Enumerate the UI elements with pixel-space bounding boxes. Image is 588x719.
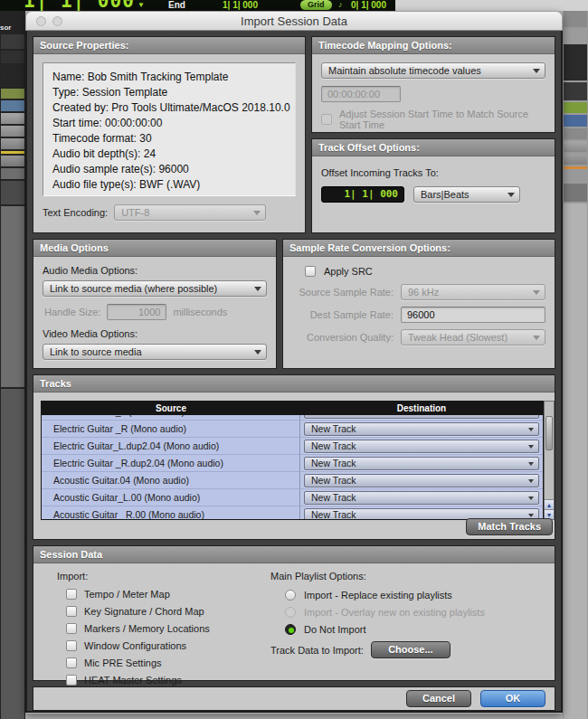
window-minimize-button[interactable] bbox=[52, 16, 62, 26]
background-block bbox=[1, 389, 24, 719]
dialog-title: Import Session Data bbox=[26, 12, 562, 31]
source-property-line: Audio file type(s): BWF (.WAV) bbox=[52, 177, 295, 193]
offset-unit-dropdown[interactable]: Bars|Beats bbox=[413, 186, 520, 203]
chevron-down-icon bbox=[533, 336, 540, 340]
note-value-icon: ♪ bbox=[338, 0, 343, 9]
source-sample-rate-value: 96 kHz bbox=[408, 287, 439, 298]
video-media-value: Link to source media bbox=[50, 346, 142, 357]
text-encoding-dropdown[interactable]: UTF-8 bbox=[114, 204, 266, 221]
radio-label: Do Not Import bbox=[304, 624, 365, 635]
background-block bbox=[1, 181, 24, 204]
track-destination-cell: New Track bbox=[300, 489, 543, 506]
match-tracks-button[interactable]: Match Tracks bbox=[466, 518, 553, 535]
background-block bbox=[564, 203, 587, 719]
track-source-cell[interactable]: Electric Guitar _R (Mono audio) bbox=[42, 421, 300, 438]
background-block bbox=[564, 166, 587, 169]
destination-value: New Track bbox=[311, 423, 356, 434]
dialog-titlebar[interactable]: Import Session Data bbox=[25, 11, 563, 31]
chevron-down-icon bbox=[528, 514, 534, 517]
audio-media-dropdown[interactable]: Link to source media (where possible) bbox=[43, 280, 267, 297]
import-session-data-dialog: Import Session Data Source Properties: N… bbox=[25, 11, 563, 714]
grid-mode-button[interactable]: Grid bbox=[300, 0, 332, 10]
background-block bbox=[1, 206, 24, 387]
background-block bbox=[1, 168, 24, 179]
source-properties-info-box: Name: Bob Smith Tracking Template Type: … bbox=[43, 62, 296, 196]
chevron-down-icon bbox=[254, 287, 261, 291]
destination-dropdown[interactable]: New Track bbox=[304, 474, 539, 487]
timecode-mapping-header: Timecode Mapping Options: bbox=[312, 37, 555, 54]
destination-dropdown[interactable]: New Track bbox=[304, 440, 539, 453]
destination-dropdown[interactable]: New Track bbox=[304, 491, 539, 505]
destination-value: New Track bbox=[311, 440, 356, 451]
choose-button[interactable]: Choose... bbox=[371, 641, 450, 658]
dest-sample-rate-field[interactable]: 96000 bbox=[401, 307, 545, 323]
background-block bbox=[1, 100, 24, 111]
ok-button[interactable]: OK bbox=[480, 690, 545, 707]
handle-size-field[interactable]: 1000 bbox=[107, 304, 166, 320]
scrollbar-thumb[interactable] bbox=[545, 416, 553, 450]
text-encoding-value: UTF-8 bbox=[121, 207, 149, 218]
window-configurations-checkbox[interactable] bbox=[66, 640, 77, 651]
table-row[interactable]: Electric Guitar _R.dup2.04 (Mono audio) … bbox=[42, 455, 543, 472]
table-row[interactable]: Acoustic Guitar.04 (Mono audio) New Trac… bbox=[42, 472, 543, 489]
import-overlay-radio[interactable] bbox=[285, 607, 296, 618]
markers-memory-locations-checkbox[interactable] bbox=[66, 623, 77, 634]
track-offset-value-display[interactable]: 1| 1| 000 bbox=[321, 186, 404, 203]
track-source-cell[interactable]: Acoustic Guitar.04 (Mono audio) bbox=[42, 472, 300, 489]
table-row[interactable]: Electric Guitar _R (Mono audio) New Trac… bbox=[42, 421, 543, 438]
checkbox-label: Key Signature / Chord Map bbox=[84, 606, 204, 617]
tracks-header: Tracks bbox=[33, 375, 555, 393]
session-data-header: Session Data bbox=[33, 546, 555, 563]
mic-pre-settings-checkbox[interactable] bbox=[66, 658, 77, 668]
source-column-header[interactable]: Source bbox=[42, 402, 300, 415]
tempo-meter-map-checkbox[interactable] bbox=[66, 589, 77, 600]
source-property-line: Created by: Pro Tools Ultimate/MacOS 201… bbox=[52, 100, 295, 116]
sample-rate-conversion-header: Sample Rate Conversion Options: bbox=[283, 240, 555, 257]
radio-label: Import - Replace existing playlists bbox=[304, 590, 452, 601]
source-sample-rate-dropdown[interactable]: 96 kHz bbox=[401, 284, 545, 300]
track-destination-cell: New Track bbox=[300, 455, 543, 472]
key-signature-checkbox[interactable] bbox=[66, 606, 77, 617]
tracks-table: Source Destination Electric Guitar _L (M… bbox=[41, 401, 544, 520]
track-destination-cell: New Track bbox=[300, 421, 543, 438]
offset-unit-value: Bars|Beats bbox=[421, 189, 469, 200]
destination-dropdown[interactable]: New Track bbox=[304, 415, 539, 419]
source-property-line: Audio sample rate(s): 96000 bbox=[52, 162, 295, 177]
window-close-button[interactable] bbox=[36, 16, 46, 26]
scroll-up-icon[interactable]: ▲ bbox=[545, 499, 554, 509]
tracks-table-viewport: Electric Guitar _L (Mono audio) New Trac… bbox=[42, 415, 543, 520]
timecode-offset-field[interactable]: 00:00:00:00 bbox=[321, 86, 401, 102]
chevron-down-icon bbox=[254, 350, 261, 355]
background-block bbox=[1, 113, 24, 124]
background-text-fragment: sor bbox=[0, 24, 11, 32]
background-app-strip-left: sor bbox=[0, 11, 25, 719]
chevron-down-icon bbox=[507, 193, 515, 197]
chevron-down-icon bbox=[528, 428, 534, 431]
track-source-cell[interactable]: Acoustic Guitar_L.00 (Mono audio) bbox=[42, 489, 300, 506]
destination-dropdown[interactable]: New Track bbox=[304, 457, 539, 470]
apply-src-label: Apply SRC bbox=[324, 266, 373, 277]
apply-src-checkbox[interactable] bbox=[305, 266, 316, 277]
track-source-cell[interactable]: Electric Guitar _R.dup2.04 (Mono audio) bbox=[42, 455, 300, 472]
track-source-cell[interactable]: Electric Guitar_L.dup2.04 (Mono audio) bbox=[42, 438, 300, 455]
heat-master-settings-checkbox[interactable] bbox=[66, 675, 77, 686]
table-row[interactable]: Acoustic Guitar_L.00 (Mono audio) New Tr… bbox=[42, 489, 543, 506]
timecode-mapping-dropdown[interactable]: Maintain absolute timecode values bbox=[321, 62, 545, 79]
table-row[interactable]: Electric Guitar_L.dup2.04 (Mono audio) N… bbox=[42, 438, 543, 455]
dialog-footer: Cancel OK bbox=[33, 686, 555, 711]
radio-label: Import - Overlay new on existing playlis… bbox=[304, 607, 485, 618]
background-block bbox=[1, 65, 24, 87]
import-replace-radio[interactable] bbox=[285, 590, 296, 601]
destination-dropdown[interactable]: New Track bbox=[304, 422, 539, 436]
do-not-import-radio[interactable] bbox=[285, 624, 296, 635]
tracks-scrollbar[interactable]: ▲ ▼ bbox=[544, 401, 555, 520]
track-offset-header: Track Offset Options: bbox=[312, 139, 555, 156]
track-source-cell[interactable]: Acoustic Guitar _R.00 (Mono audio) bbox=[42, 506, 300, 520]
conversion-quality-dropdown[interactable]: Tweak Head (Slowest) bbox=[401, 329, 545, 345]
grid-value-display[interactable]: 0| 1| 000 ▼ bbox=[351, 0, 395, 11]
destination-column-header[interactable]: Destination bbox=[300, 402, 543, 415]
video-media-dropdown[interactable]: Link to source media bbox=[43, 344, 267, 360]
adjust-start-time-checkbox[interactable] bbox=[321, 114, 332, 125]
checkbox-label: Tempo / Meter Map bbox=[84, 589, 170, 600]
cancel-button[interactable]: Cancel bbox=[406, 690, 471, 707]
